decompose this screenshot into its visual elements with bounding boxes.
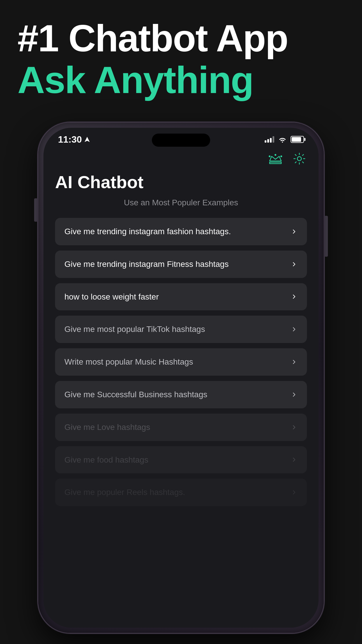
- example-item[interactable]: Give me most popular TikTok hashtags: [55, 316, 307, 343]
- svg-point-3: [280, 155, 282, 157]
- dynamic-island: [152, 134, 210, 147]
- example-text: how to loose weight faster: [64, 291, 285, 302]
- example-text: Give me Successful Business hashtags: [64, 389, 285, 400]
- navigation-arrow-icon: [84, 136, 90, 142]
- header-line1: #1 Chatbot App: [17, 18, 345, 59]
- example-text: Give me most popular TikTok hashtags: [64, 324, 285, 335]
- example-text: Give me Love hashtags: [64, 422, 285, 433]
- header-section: #1 Chatbot App Ask Anything: [17, 18, 345, 101]
- example-item[interactable]: Write most popular Music Hashtags: [55, 348, 307, 376]
- top-icons-row: [55, 148, 307, 172]
- phone-mockup: 11:30: [38, 123, 324, 633]
- chevron-right-icon: [291, 391, 298, 398]
- svg-point-4: [297, 157, 301, 161]
- phone-screen: 11:30: [43, 128, 319, 628]
- example-text: Give me food hashtags: [64, 454, 285, 466]
- settings-button[interactable]: [292, 151, 307, 166]
- status-time: 11:30: [58, 134, 90, 145]
- chevron-right-icon: [291, 261, 298, 268]
- example-text: Give me trending instagram fashion hasht…: [64, 226, 285, 237]
- crown-icon: [268, 153, 283, 164]
- header-line2: Ask Anything: [17, 59, 345, 101]
- svg-point-1: [269, 155, 270, 157]
- chevron-right-icon: [291, 456, 298, 463]
- example-item[interactable]: Give me food hashtags: [55, 446, 307, 474]
- crown-button[interactable]: [268, 151, 283, 166]
- phone-outer-frame: 11:30: [38, 123, 324, 633]
- wifi-icon: [278, 136, 287, 143]
- examples-list: Give me trending instagram fashion hasht…: [55, 218, 307, 506]
- signal-icon: [265, 136, 274, 143]
- chevron-right-icon: [291, 228, 298, 235]
- example-text: Give me populer Reels hashtags.: [64, 487, 285, 498]
- svg-point-2: [275, 154, 276, 156]
- chevron-right-icon: [291, 358, 298, 365]
- svg-marker-0: [85, 137, 90, 142]
- chevron-right-icon: [291, 489, 298, 496]
- example-text: Write most popular Music Hashtags: [64, 356, 285, 368]
- status-icons: [265, 136, 304, 143]
- example-item[interactable]: Give me Successful Business hashtags: [55, 381, 307, 408]
- battery-icon: [291, 136, 304, 143]
- example-item[interactable]: how to loose weight faster: [55, 283, 307, 311]
- subtitle: Use an Most Populer Examples: [55, 198, 307, 207]
- chevron-right-icon: [291, 326, 298, 333]
- app-title: AI Chatbot: [55, 172, 307, 192]
- chevron-right-icon: [291, 424, 298, 431]
- gear-icon: [293, 152, 306, 165]
- example-item[interactable]: Give me trending instagram Fitness hasht…: [55, 251, 307, 278]
- example-text: Give me trending instagram Fitness hasht…: [64, 259, 285, 270]
- example-item[interactable]: Give me populer Reels hashtags.: [55, 479, 307, 506]
- example-item[interactable]: Give me Love hashtags: [55, 414, 307, 441]
- example-item[interactable]: Give me trending instagram fashion hasht…: [55, 218, 307, 245]
- chevron-right-icon: [291, 293, 298, 300]
- phone-content: AI Chatbot Use an Most Populer Examples …: [43, 148, 319, 518]
